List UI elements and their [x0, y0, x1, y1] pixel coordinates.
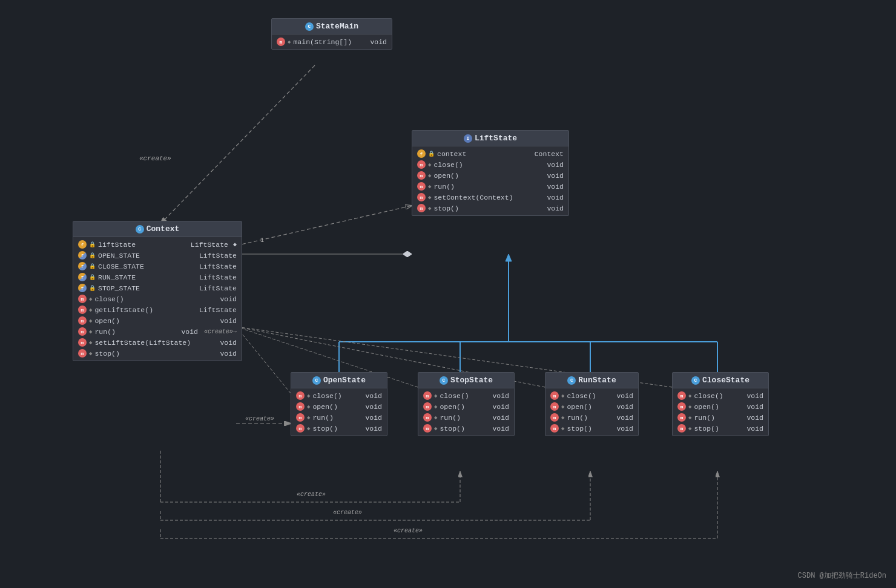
- name-main: main(String[]): [293, 38, 352, 46]
- header-openstate: C OpenState: [291, 373, 387, 388]
- vis-context: 🔒: [428, 151, 435, 157]
- svg-line-8: [236, 206, 412, 246]
- icon-ls-close: m: [417, 160, 426, 169]
- type-main: void: [370, 38, 387, 46]
- box-liftstate: I LiftState f 🔒 context Context m ◆ clos…: [412, 130, 569, 216]
- box-stopstate: C StopState m ◆ close() void m ◆ open() …: [418, 372, 515, 436]
- box-context: C Context f 🔒 liftState LiftState ◆ f 🔒 …: [73, 221, 242, 361]
- diagram-container: «create» 1 «create» «cr: [0, 0, 896, 588]
- header-context: C Context: [73, 221, 242, 237]
- name-context: context: [437, 150, 466, 158]
- row-ls-open: m ◆ open() void: [412, 170, 568, 181]
- statemain-title: StateMain: [316, 22, 358, 31]
- row-main: m ◆ main(String[]) void: [272, 36, 392, 47]
- svg-text:«create»: «create»: [297, 491, 326, 498]
- row-ls-run: m ◆ run() void: [412, 181, 568, 192]
- row-ls-setcontext: m ◆ setContext(Context) void: [412, 192, 568, 203]
- svg-marker-17: [506, 254, 512, 261]
- watermark: CSDN @加把劲骑士RideOn: [798, 570, 886, 581]
- name-ls-close: close(): [433, 161, 463, 169]
- header-runstate: C RunState: [545, 373, 638, 388]
- box-runstate: C RunState m ◆ close() void m ◆ open() v…: [545, 372, 639, 436]
- body-statemain: m ◆ main(String[]) void: [272, 34, 392, 49]
- row-ls-stop: m ◆ stop() void: [412, 203, 568, 214]
- svg-text:«create»: «create»: [333, 509, 362, 516]
- box-statemain: C StateMain m ◆ main(String[]) void: [271, 18, 392, 50]
- box-closestate: C CloseState m ◆ close() void m ◆ open()…: [672, 372, 769, 436]
- svg-line-6: [160, 65, 315, 224]
- body-closestate: m ◆ close() void m ◆ open() void m ◆ run…: [673, 388, 768, 436]
- header-closestate: C CloseState: [673, 373, 768, 388]
- icon-C-statemain: C: [305, 22, 314, 31]
- type-context: Context: [535, 150, 564, 158]
- icon-m-main: m: [277, 38, 285, 46]
- openstate-title: OpenState: [323, 376, 366, 385]
- row-context-field: f 🔒 context Context: [412, 148, 568, 159]
- body-context: f 🔒 liftState LiftState ◆ f 🔒 OPEN_STATE…: [73, 237, 242, 361]
- row-ls-close: m ◆ close() void: [412, 159, 568, 170]
- body-stopstate: m ◆ close() void m ◆ open() void m ◆ run…: [418, 388, 514, 436]
- runstate-title: RunState: [578, 376, 616, 385]
- liftstate-title: LiftState: [475, 134, 517, 143]
- icon-f-context: f: [417, 149, 426, 158]
- icon-I-liftstate: I: [464, 134, 472, 143]
- body-liftstate: f 🔒 context Context m ◆ close() void m ◆…: [412, 146, 568, 215]
- svg-text:«create»: «create»: [139, 155, 171, 162]
- stopstate-title: StopState: [450, 376, 493, 385]
- svg-text:1: 1: [260, 237, 264, 244]
- closestate-title: CloseState: [702, 376, 749, 385]
- header-statemain: C StateMain: [272, 19, 392, 34]
- svg-text:«create»: «create»: [245, 416, 274, 422]
- svg-text:«create»: «create»: [394, 528, 423, 534]
- header-stopstate: C StopState: [418, 373, 514, 388]
- vis-main: ◆: [288, 39, 291, 45]
- context-title: Context: [147, 224, 180, 234]
- header-liftstate: I LiftState: [412, 131, 568, 146]
- box-openstate: C OpenState m ◆ close() void m ◆ open() …: [291, 372, 387, 436]
- body-openstate: m ◆ close() void m ◆ open() void m ◆ run…: [291, 388, 387, 436]
- svg-line-32: [236, 327, 291, 393]
- body-runstate: m ◆ close() void m ◆ open() void m ◆ run…: [545, 388, 638, 436]
